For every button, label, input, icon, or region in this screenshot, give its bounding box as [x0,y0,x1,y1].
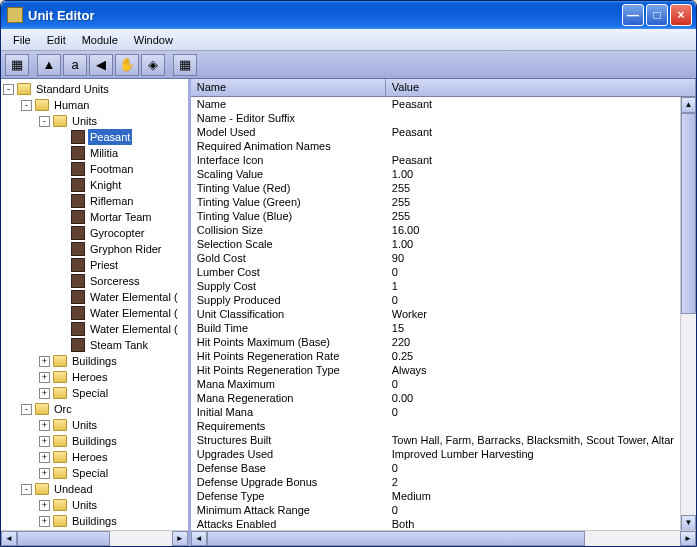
tree-hscroll[interactable]: ◄ ► [1,530,188,546]
property-value[interactable]: Peasant [386,125,680,139]
expand-icon[interactable]: + [39,356,50,367]
scroll-thumb[interactable] [17,531,110,546]
tree-view[interactable]: -Standard Units-Human-UnitsPeasantMiliti… [1,79,188,530]
property-value[interactable]: 1.00 [386,237,680,251]
tree-node[interactable]: -Standard Units [3,81,188,97]
tree-label[interactable]: Militia [88,145,120,161]
tree-node[interactable]: Gyrocopter [3,225,188,241]
grid-row[interactable]: Supply Produced0 [191,293,680,307]
expand-icon[interactable]: + [39,388,50,399]
tree-label[interactable]: Heroes [70,369,109,385]
tree-node[interactable]: Peasant [3,129,188,145]
property-value[interactable]: Town Hall, Farm, Barracks, Blacksmith, S… [386,433,680,447]
property-value[interactable]: 16.00 [386,223,680,237]
grid-row[interactable]: NamePeasant [191,97,680,111]
property-value[interactable]: 1 [386,279,680,293]
grid-row[interactable]: Hit Points Regeneration TypeAlways [191,363,680,377]
grid-row[interactable]: Minimum Attack Range0 [191,503,680,517]
tree-node[interactable]: -Units [3,113,188,129]
tree-node[interactable]: +Units [3,497,188,513]
property-value[interactable]: 255 [386,181,680,195]
property-value[interactable]: 0 [386,293,680,307]
expand-icon[interactable]: + [39,420,50,431]
toolbar-button-1[interactable]: ▦ [5,54,29,76]
column-name[interactable]: Name [191,79,386,96]
tree-node[interactable]: Steam Tank [3,337,188,353]
property-value[interactable]: 0 [386,503,680,517]
grid-row[interactable]: Attacks EnabledBoth [191,517,680,530]
grid-row[interactable]: Tinting Value (Red)255 [191,181,680,195]
scroll-thumb[interactable] [207,531,586,546]
tree-node[interactable]: Mortar Team [3,209,188,225]
menu-module[interactable]: Module [74,32,126,48]
expand-icon[interactable]: + [39,436,50,447]
property-value[interactable]: Improved Lumber Harvesting [386,447,680,461]
grid-row[interactable]: Supply Cost1 [191,279,680,293]
expand-icon[interactable]: + [39,516,50,527]
scroll-up-icon[interactable]: ▲ [681,97,696,113]
property-value[interactable]: 2 [386,475,680,489]
tree-label[interactable]: Knight [88,177,123,193]
column-value[interactable]: Value [386,79,696,96]
grid-row[interactable]: Hit Points Maximum (Base)220 [191,335,680,349]
grid-row[interactable]: Build Time15 [191,321,680,335]
toolbar-button-7[interactable]: ▦ [173,54,197,76]
tree-label[interactable]: Units [70,417,99,433]
property-value[interactable] [386,419,680,433]
collapse-icon[interactable]: - [21,100,32,111]
tree-label[interactable]: Heroes [70,449,109,465]
tree-node[interactable]: Rifleman [3,193,188,209]
tree-label[interactable]: Gryphon Rider [88,241,164,257]
grid-row[interactable]: Defense Base0 [191,461,680,475]
toolbar-button-6[interactable]: ◈ [141,54,165,76]
property-value[interactable]: 220 [386,335,680,349]
grid-hscroll[interactable]: ◄ ► [191,530,696,546]
minimize-button[interactable]: — [622,4,644,26]
property-value[interactable]: Always [386,363,680,377]
grid-row[interactable]: Tinting Value (Green)255 [191,195,680,209]
property-value[interactable]: 1.00 [386,167,680,181]
tree-node[interactable]: +Units [3,417,188,433]
property-value[interactable]: 0.00 [386,391,680,405]
menu-edit[interactable]: Edit [39,32,74,48]
expand-icon[interactable]: + [39,452,50,463]
grid-row[interactable]: Mana Maximum0 [191,377,680,391]
tree-label[interactable]: Buildings [70,513,119,529]
tree-node[interactable]: +Special [3,385,188,401]
tree-label[interactable]: Buildings [70,353,119,369]
scroll-thumb[interactable] [681,113,696,314]
tree-node[interactable]: +Heroes [3,449,188,465]
collapse-icon[interactable]: - [21,484,32,495]
tree-label[interactable]: Sorceress [88,273,142,289]
tree-label[interactable]: Gyrocopter [88,225,146,241]
toolbar-button-2[interactable]: ▲ [37,54,61,76]
menu-window[interactable]: Window [126,32,181,48]
tree-node[interactable]: Militia [3,145,188,161]
grid-row[interactable]: Model UsedPeasant [191,125,680,139]
collapse-icon[interactable]: - [21,404,32,415]
scroll-right-icon[interactable]: ► [172,531,188,546]
tree-label[interactable]: Water Elemental ( [88,305,180,321]
menu-file[interactable]: File [5,32,39,48]
property-value[interactable]: Peasant [386,153,680,167]
property-value[interactable] [386,111,680,125]
property-value[interactable]: 0.25 [386,349,680,363]
expand-icon[interactable]: + [39,468,50,479]
toolbar-button-4[interactable]: ◀ [89,54,113,76]
grid-row[interactable]: Required Animation Names [191,139,680,153]
tree-label[interactable]: Rifleman [88,193,135,209]
tree-label[interactable]: Peasant [88,129,132,145]
grid-row[interactable]: Interface IconPeasant [191,153,680,167]
grid-row[interactable]: Upgrades UsedImproved Lumber Harvesting [191,447,680,461]
tree-node[interactable]: Gryphon Rider [3,241,188,257]
tree-node[interactable]: +Buildings [3,433,188,449]
property-value[interactable] [386,139,680,153]
tree-label[interactable]: Steam Tank [88,337,150,353]
tree-label[interactable]: Water Elemental ( [88,321,180,337]
property-value[interactable]: Medium [386,489,680,503]
property-value[interactable]: 0 [386,461,680,475]
tree-label[interactable]: Human [52,97,91,113]
grid-row[interactable]: Gold Cost90 [191,251,680,265]
scroll-right-icon[interactable]: ► [680,531,696,546]
grid-row[interactable]: Tinting Value (Blue)255 [191,209,680,223]
